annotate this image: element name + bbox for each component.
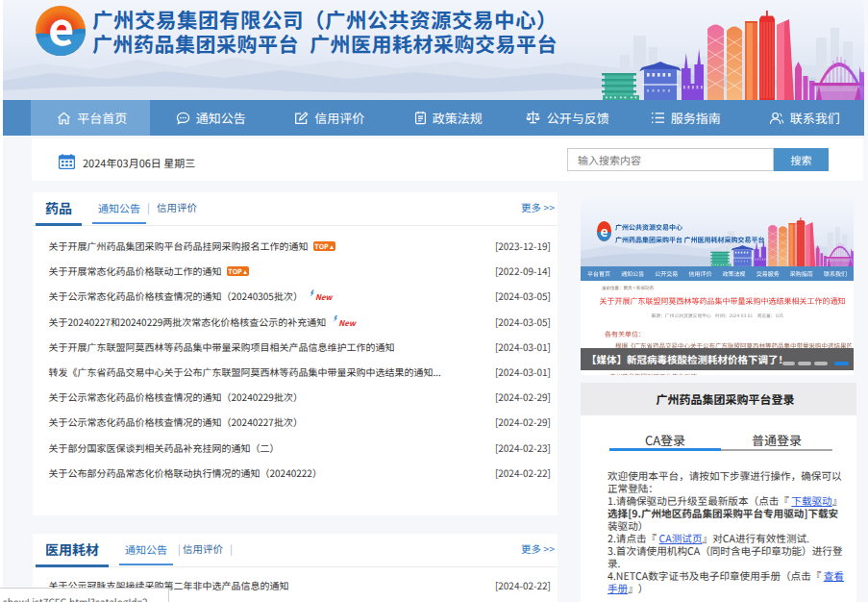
svg-text:e: e	[600, 221, 608, 240]
svg-text:e: e	[48, 6, 74, 56]
